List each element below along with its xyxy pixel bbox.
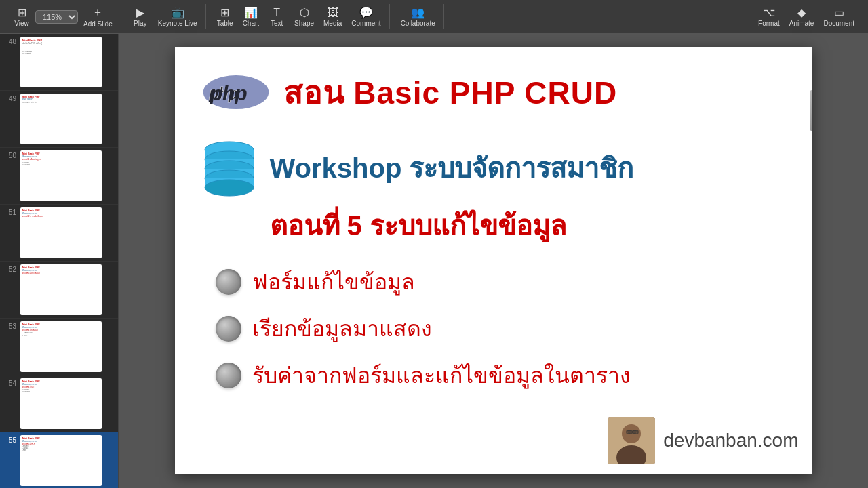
keynote-live-icon: 📺 [171, 6, 184, 19]
view-icon: ⊞ [18, 6, 26, 19]
keynote-live-button[interactable]: 📺 Keynote Live [154, 4, 201, 29]
watermark-text: devbanban.com [663, 430, 798, 451]
bullet-text-1: ฟอร์มแก้ไขข้อมูล [252, 264, 415, 299]
slide-canvas-area: php php php สอน Basic PHP CRUD [119, 34, 868, 488]
slide-header: php php php สอน Basic PHP CRUD [202, 68, 778, 117]
slide-thumb-52[interactable]: 52 Mini Basic PHP Workshop ระบบ ตอนที่ 3… [0, 262, 118, 319]
play-button[interactable]: ▶ Play [128, 4, 153, 29]
svg-point-12 [205, 180, 254, 196]
bullet-icon-3 [216, 363, 241, 388]
media-icon: 🖼 [328, 7, 338, 19]
avatar-image [608, 417, 655, 464]
table-button[interactable]: ⊞ Table [213, 4, 237, 29]
workshop-section: Workshop ระบบจัดการสมาชิก [202, 138, 778, 199]
slide-preview-52: Mini Basic PHP Workshop ระบบ ตอนที่ 3 แส… [20, 264, 102, 315]
slide-thumb-49[interactable]: 49 Mini Basic PHP PHP CRUD ระบบจัดการสมา… [0, 91, 118, 148]
format-label: Format [758, 20, 780, 27]
bullet-item-3: รับค่าจากฟอร์มและแก้ไขข้อมูลในตาราง [216, 358, 778, 392]
animate-button[interactable]: ◆ Animate [785, 4, 818, 29]
bullet-text-3: รับค่าจากฟอร์มและแก้ไขข้อมูลในตาราง [252, 358, 631, 392]
bullet-icon-2 [216, 316, 241, 342]
play-label: Play [134, 20, 146, 27]
slide-preview-54: Mini Basic PHP Workshop ระบบ ตอนที่ 4 (ต… [20, 378, 102, 429]
php-logo: php php php [202, 74, 270, 111]
slide-preview-50: Mini Basic PHP Workshop ระบบ ตอนที่ 1 เช… [20, 150, 102, 201]
slide-content: php php php สอน Basic PHP CRUD [175, 47, 812, 474]
document-label: Document [823, 20, 854, 27]
slide-canvas: php php php สอน Basic PHP CRUD [175, 47, 812, 474]
document-button[interactable]: ▭ Document [819, 4, 859, 29]
shape-icon: ⬡ [300, 6, 309, 19]
workshop-line2: ตอนที่ 5 ระบบแก้ไขข้อมูล [202, 204, 778, 247]
view-label: View [14, 20, 29, 27]
format-icon: ⌥ [763, 6, 775, 19]
collaborate-button[interactable]: 👥 Collaborate [397, 4, 439, 29]
animate-icon: ◆ [797, 6, 806, 19]
workshop-line1: Workshop ระบบจัดการสมาชิก [270, 152, 634, 184]
insert-group: ⊞ Table 📊 Chart T Text ⬡ Shape 🖼 Media 💬… [209, 4, 390, 29]
comment-icon: 💬 [359, 6, 373, 19]
add-slide-label: Add Slide [83, 20, 113, 28]
keynote-live-label: Keynote Live [158, 20, 197, 27]
watermark: devbanban.com [608, 417, 798, 464]
slide-thumb-54[interactable]: 54 Mini Basic PHP Workshop ระบบ ตอนที่ 4… [0, 375, 118, 432]
table-icon: ⊞ [220, 6, 229, 19]
slide-preview-48: Mini Basic PHP ฟังก์ชั่นใน PHP ที่ต้องรู… [20, 37, 102, 87]
zoom-select[interactable]: 115% 100% 75% [35, 10, 78, 24]
bullet-item-2: เรียกข้อมูลมาแสดง [216, 311, 778, 346]
bullet-item-1: ฟอร์มแก้ไขข้อมูล [216, 264, 778, 299]
slide-thumb-50[interactable]: 50 Mini Basic PHP Workshop ระบบ ตอนที่ 1… [0, 148, 118, 205]
collaborate-icon: 👥 [411, 6, 425, 19]
format-button[interactable]: ⌥ Format [754, 4, 784, 29]
slide-thumb-48[interactable]: 48 Mini Basic PHP ฟังก์ชั่นใน PHP ที่ต้อ… [0, 34, 118, 91]
view-group: ⊞ View 115% 100% 75% ＋ Add Slide [5, 3, 121, 30]
svg-text:php: php [209, 82, 247, 104]
slide-preview-55: Mini Basic PHP Workshop ระบบ ตอนที่ 5 แก… [20, 435, 102, 486]
text-label: Text [271, 20, 283, 27]
slide-preview-53: Mini Basic PHP Workshop ระบบ ตอนที่ 4 ลบ… [20, 321, 102, 372]
add-slide-button[interactable]: ＋ Add Slide [79, 3, 117, 30]
main-layout: 48 Mini Basic PHP ฟังก์ชั่นใน PHP ที่ต้อ… [0, 34, 868, 488]
scroll-bar [810, 90, 812, 131]
bullet-text-2: เรียกข้อมูลมาแสดง [252, 311, 432, 346]
document-icon: ▭ [834, 6, 844, 19]
chart-button[interactable]: 📊 Chart [239, 4, 263, 29]
collaborate-group: 👥 Collaborate [393, 4, 444, 29]
slide-thumb-51[interactable]: 51 Mini Basic PHP Workshop ระบบ ตอนที่ 2… [0, 205, 118, 262]
table-label: Table [217, 20, 233, 27]
slide-preview-49: Mini Basic PHP PHP CRUD ระบบจัดการสมาชิก [20, 94, 102, 144]
view-button[interactable]: ⊞ View [9, 4, 34, 29]
toolbar: ⊞ View 115% 100% 75% ＋ Add Slide ▶ Play … [0, 0, 868, 34]
media-label: Media [323, 20, 342, 27]
slide-preview-51: Mini Basic PHP Workshop ระบบ ตอนที่ 2 กา… [20, 207, 102, 258]
chart-icon: 📊 [244, 6, 258, 19]
collaborate-label: Collaborate [401, 20, 435, 27]
bullet-list: ฟอร์มแก้ไขข้อมูล เรียกข้อมูลมาแสดง รับค่… [202, 264, 778, 392]
view-options-group: ⌥ Format ◆ Animate ▭ Document [750, 4, 863, 29]
shape-button[interactable]: ⬡ Shape [290, 4, 318, 29]
comment-label: Comment [351, 20, 380, 27]
database-icon [202, 138, 256, 199]
slide-panel[interactable]: 48 Mini Basic PHP ฟังก์ชั่นใน PHP ที่ต้อ… [0, 34, 119, 488]
media-button[interactable]: 🖼 Media [319, 5, 346, 29]
play-icon: ▶ [136, 6, 144, 19]
slide-main-title: สอน Basic PHP CRUD [283, 68, 618, 117]
comment-button[interactable]: 💬 Comment [347, 4, 384, 29]
add-slide-icon: ＋ [92, 5, 103, 20]
play-group: ▶ Play 📺 Keynote Live [124, 4, 206, 29]
slide-thumb-55[interactable]: 55 Mini Basic PHP Workshop ระบบ ตอนที่ 5… [0, 432, 118, 488]
shape-label: Shape [294, 20, 314, 27]
animate-label: Animate [789, 20, 814, 27]
chart-label: Chart [243, 20, 259, 27]
slide-thumb-53[interactable]: 53 Mini Basic PHP Workshop ระบบ ตอนที่ 4… [0, 319, 118, 375]
text-button[interactable]: T Text [264, 5, 289, 29]
text-icon: T [273, 7, 280, 19]
workshop-text-container: Workshop ระบบจัดการสมาชิก [270, 152, 634, 184]
bullet-icon-1 [216, 269, 241, 295]
